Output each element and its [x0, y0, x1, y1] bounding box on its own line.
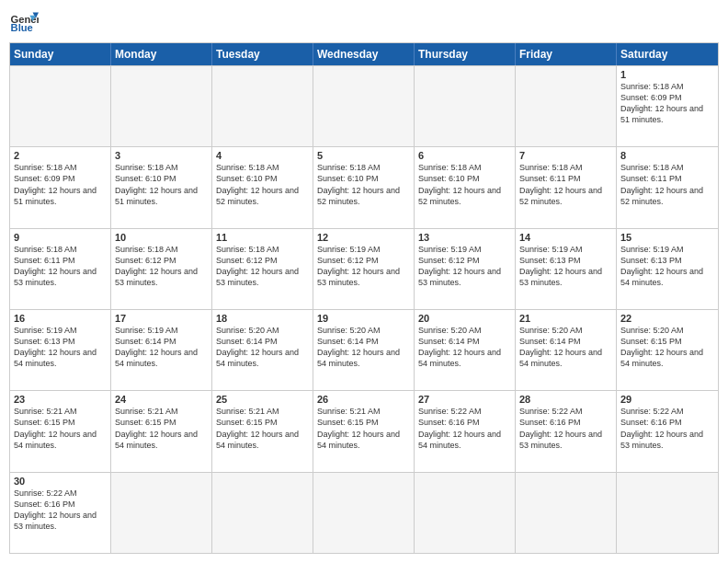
empty-cell	[313, 66, 415, 146]
day-cell-12: 12Sunrise: 5:19 AM Sunset: 6:12 PM Dayli…	[313, 229, 415, 309]
day-number: 27	[418, 394, 511, 405]
day-info: Sunrise: 5:18 AM Sunset: 6:10 PM Dayligh…	[317, 162, 410, 207]
empty-cell	[111, 66, 212, 146]
day-info: Sunrise: 5:20 AM Sunset: 6:15 PM Dayligh…	[620, 325, 714, 370]
day-number: 9	[14, 232, 107, 243]
empty-cell	[111, 473, 212, 553]
day-cell-10: 10Sunrise: 5:18 AM Sunset: 6:12 PM Dayli…	[111, 229, 212, 309]
calendar-row-3: 16Sunrise: 5:19 AM Sunset: 6:13 PM Dayli…	[10, 309, 718, 390]
calendar-row-0: 1Sunrise: 5:18 AM Sunset: 6:09 PM Daylig…	[10, 65, 718, 146]
day-info: Sunrise: 5:21 AM Sunset: 6:15 PM Dayligh…	[14, 406, 107, 451]
day-info: Sunrise: 5:18 AM Sunset: 6:09 PM Dayligh…	[620, 81, 714, 126]
day-info: Sunrise: 5:18 AM Sunset: 6:10 PM Dayligh…	[115, 162, 208, 207]
day-number: 28	[519, 394, 612, 405]
day-cell-22: 22Sunrise: 5:20 AM Sunset: 6:15 PM Dayli…	[617, 310, 718, 390]
day-cell-28: 28Sunrise: 5:22 AM Sunset: 6:16 PM Dayli…	[516, 391, 617, 471]
day-info: Sunrise: 5:20 AM Sunset: 6:14 PM Dayligh…	[317, 325, 410, 370]
day-number: 8	[620, 150, 714, 161]
day-cell-13: 13Sunrise: 5:19 AM Sunset: 6:12 PM Dayli…	[415, 229, 516, 309]
day-info: Sunrise: 5:18 AM Sunset: 6:11 PM Dayligh…	[519, 162, 612, 207]
day-number: 30	[14, 476, 107, 487]
day-info: Sunrise: 5:18 AM Sunset: 6:10 PM Dayligh…	[418, 162, 511, 207]
weekday-header-saturday: Saturday	[617, 43, 718, 65]
day-number: 26	[317, 394, 410, 405]
day-cell-7: 7Sunrise: 5:18 AM Sunset: 6:11 PM Daylig…	[516, 147, 617, 227]
day-cell-19: 19Sunrise: 5:20 AM Sunset: 6:14 PM Dayli…	[313, 310, 415, 390]
weekday-header-monday: Monday	[111, 43, 212, 65]
day-number: 20	[418, 313, 511, 324]
day-cell-4: 4Sunrise: 5:18 AM Sunset: 6:10 PM Daylig…	[212, 147, 313, 227]
day-number: 18	[216, 313, 309, 324]
day-number: 21	[519, 313, 612, 324]
calendar-row-1: 2Sunrise: 5:18 AM Sunset: 6:09 PM Daylig…	[10, 146, 718, 227]
day-number: 15	[620, 232, 714, 243]
weekday-header-wednesday: Wednesday	[313, 43, 415, 65]
weekday-header-tuesday: Tuesday	[212, 43, 313, 65]
day-number: 1	[620, 69, 714, 80]
day-number: 24	[115, 394, 208, 405]
day-cell-3: 3Sunrise: 5:18 AM Sunset: 6:10 PM Daylig…	[111, 147, 212, 227]
day-info: Sunrise: 5:18 AM Sunset: 6:09 PM Dayligh…	[14, 162, 107, 207]
day-number: 4	[216, 150, 309, 161]
day-info: Sunrise: 5:19 AM Sunset: 6:13 PM Dayligh…	[620, 244, 714, 289]
day-info: Sunrise: 5:22 AM Sunset: 6:16 PM Dayligh…	[620, 406, 714, 451]
day-cell-30: 30Sunrise: 5:22 AM Sunset: 6:16 PM Dayli…	[10, 473, 111, 553]
weekday-header-thursday: Thursday	[415, 43, 516, 65]
day-number: 17	[115, 313, 208, 324]
empty-cell	[516, 66, 617, 146]
day-number: 13	[418, 232, 511, 243]
day-cell-1: 1Sunrise: 5:18 AM Sunset: 6:09 PM Daylig…	[617, 66, 718, 146]
day-number: 10	[115, 232, 208, 243]
logo: General Blue	[9, 9, 39, 35]
day-cell-14: 14Sunrise: 5:19 AM Sunset: 6:13 PM Dayli…	[516, 229, 617, 309]
day-cell-9: 9Sunrise: 5:18 AM Sunset: 6:11 PM Daylig…	[10, 229, 111, 309]
day-info: Sunrise: 5:21 AM Sunset: 6:15 PM Dayligh…	[317, 406, 410, 451]
day-cell-8: 8Sunrise: 5:18 AM Sunset: 6:11 PM Daylig…	[617, 147, 718, 227]
day-info: Sunrise: 5:19 AM Sunset: 6:14 PM Dayligh…	[115, 325, 208, 370]
day-cell-21: 21Sunrise: 5:20 AM Sunset: 6:14 PM Dayli…	[516, 310, 617, 390]
day-info: Sunrise: 5:18 AM Sunset: 6:12 PM Dayligh…	[115, 244, 208, 289]
day-cell-6: 6Sunrise: 5:18 AM Sunset: 6:10 PM Daylig…	[415, 147, 516, 227]
day-info: Sunrise: 5:19 AM Sunset: 6:13 PM Dayligh…	[519, 244, 612, 289]
day-info: Sunrise: 5:20 AM Sunset: 6:14 PM Dayligh…	[519, 325, 612, 370]
day-info: Sunrise: 5:18 AM Sunset: 6:12 PM Dayligh…	[216, 244, 309, 289]
day-info: Sunrise: 5:22 AM Sunset: 6:16 PM Dayligh…	[418, 406, 511, 451]
day-number: 12	[317, 232, 410, 243]
day-cell-15: 15Sunrise: 5:19 AM Sunset: 6:13 PM Dayli…	[617, 229, 718, 309]
empty-cell	[516, 473, 617, 553]
day-cell-23: 23Sunrise: 5:21 AM Sunset: 6:15 PM Dayli…	[10, 391, 111, 471]
calendar-grid: SundayMondayTuesdayWednesdayThursdayFrid…	[9, 42, 719, 554]
day-info: Sunrise: 5:21 AM Sunset: 6:15 PM Dayligh…	[115, 406, 208, 451]
calendar-row-5: 30Sunrise: 5:22 AM Sunset: 6:16 PM Dayli…	[10, 472, 718, 553]
weekday-header-sunday: Sunday	[10, 43, 111, 65]
empty-cell	[313, 473, 415, 553]
day-info: Sunrise: 5:19 AM Sunset: 6:12 PM Dayligh…	[418, 244, 511, 289]
svg-text:Blue: Blue	[11, 22, 33, 33]
calendar-page: General Blue SundayMondayTuesdayWednesda…	[0, 0, 728, 563]
day-number: 11	[216, 232, 309, 243]
day-info: Sunrise: 5:18 AM Sunset: 6:11 PM Dayligh…	[14, 244, 107, 289]
day-info: Sunrise: 5:21 AM Sunset: 6:15 PM Dayligh…	[216, 406, 309, 451]
weekday-header-friday: Friday	[516, 43, 617, 65]
day-number: 25	[216, 394, 309, 405]
day-number: 22	[620, 313, 714, 324]
day-info: Sunrise: 5:22 AM Sunset: 6:16 PM Dayligh…	[519, 406, 612, 451]
day-cell-27: 27Sunrise: 5:22 AM Sunset: 6:16 PM Dayli…	[415, 391, 516, 471]
day-cell-25: 25Sunrise: 5:21 AM Sunset: 6:15 PM Dayli…	[212, 391, 313, 471]
day-cell-29: 29Sunrise: 5:22 AM Sunset: 6:16 PM Dayli…	[617, 391, 718, 471]
day-number: 2	[14, 150, 107, 161]
calendar-header: SundayMondayTuesdayWednesdayThursdayFrid…	[10, 43, 718, 65]
day-number: 6	[418, 150, 511, 161]
day-cell-2: 2Sunrise: 5:18 AM Sunset: 6:09 PM Daylig…	[10, 147, 111, 227]
day-number: 19	[317, 313, 410, 324]
day-cell-5: 5Sunrise: 5:18 AM Sunset: 6:10 PM Daylig…	[313, 147, 415, 227]
empty-cell	[212, 66, 313, 146]
calendar-row-2: 9Sunrise: 5:18 AM Sunset: 6:11 PM Daylig…	[10, 228, 718, 309]
day-cell-11: 11Sunrise: 5:18 AM Sunset: 6:12 PM Dayli…	[212, 229, 313, 309]
header: General Blue	[9, 9, 719, 35]
day-cell-18: 18Sunrise: 5:20 AM Sunset: 6:14 PM Dayli…	[212, 310, 313, 390]
day-cell-20: 20Sunrise: 5:20 AM Sunset: 6:14 PM Dayli…	[415, 310, 516, 390]
day-cell-17: 17Sunrise: 5:19 AM Sunset: 6:14 PM Dayli…	[111, 310, 212, 390]
day-info: Sunrise: 5:20 AM Sunset: 6:14 PM Dayligh…	[216, 325, 309, 370]
day-info: Sunrise: 5:19 AM Sunset: 6:13 PM Dayligh…	[14, 325, 107, 370]
